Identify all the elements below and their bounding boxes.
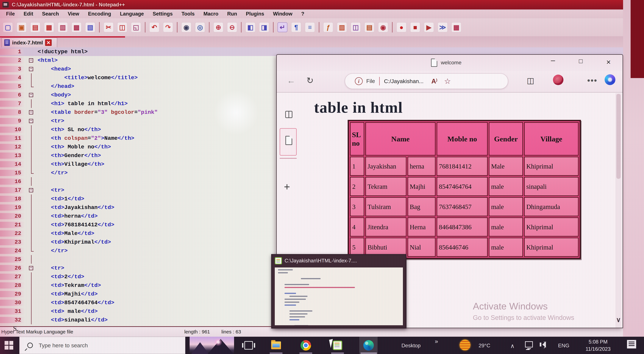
fold-collapse-icon[interactable]: − (29, 119, 33, 123)
info-icon[interactable]: i (355, 77, 363, 85)
scrollbar-thumb[interactable] (616, 94, 621, 179)
task-view-button[interactable] (240, 337, 258, 354)
menu-search[interactable]: Search (38, 11, 63, 17)
notepadpp-titlebar[interactable]: C:\Jayakishan\HTML-\index-7.html - Notep… (0, 0, 644, 9)
refresh-icon[interactable]: ↻ (306, 76, 314, 85)
menu-encoding[interactable]: Encoding (84, 11, 116, 17)
word-wrap-icon[interactable]: ↵ (278, 22, 287, 32)
replace-icon[interactable]: ◎ (195, 22, 205, 32)
undo-icon[interactable]: ↶ (150, 22, 159, 32)
copy-icon[interactable]: ◫ (117, 22, 127, 32)
cut-icon[interactable]: ✂ (104, 22, 114, 32)
close-button[interactable]: × (603, 58, 614, 66)
network-icon[interactable] (525, 341, 533, 348)
address-bar[interactable]: i File C:/Jayakishan... A) ☆ (345, 73, 508, 89)
macro-stop-icon[interactable]: ■ (410, 22, 420, 32)
tab-actions-icon[interactable] (285, 111, 292, 118)
tab-index-7-html[interactable]: index-7.html ✕ (2, 37, 57, 47)
fold-collapse-icon[interactable]: − (29, 266, 33, 270)
open-folder-icon[interactable]: ▣ (17, 22, 26, 32)
zoom-in-icon[interactable]: ⊕ (214, 22, 223, 32)
zoom-out-icon[interactable]: ⊖ (227, 22, 237, 32)
toolbar-overflow-chevron[interactable]: » (435, 338, 438, 345)
fold-collapse-icon[interactable]: − (29, 93, 33, 97)
fold-margin[interactable]: − (24, 65, 38, 73)
indent-guide-icon[interactable]: ≡ (305, 22, 315, 32)
new-tab-icon[interactable]: + (284, 181, 290, 193)
edge-icon[interactable] (360, 337, 378, 354)
fold-collapse-icon[interactable]: − (29, 67, 33, 71)
active-tab-item[interactable] (280, 128, 297, 156)
desktop-toolbar-label[interactable]: Desktop (402, 343, 420, 349)
menu-language[interactable]: Language (116, 11, 148, 17)
fold-margin[interactable]: − (24, 91, 38, 99)
file-explorer-icon[interactable] (267, 337, 285, 354)
menu-edit[interactable]: Edit (19, 11, 38, 17)
menu-view[interactable]: View (63, 11, 84, 17)
weather-icon[interactable] (460, 340, 470, 351)
sync-v-icon[interactable]: ◧ (246, 22, 255, 32)
fold-collapse-icon[interactable]: − (29, 58, 33, 62)
doc-map-icon[interactable]: ▥ (337, 22, 347, 32)
back-icon[interactable]: ← (287, 76, 295, 85)
macro-play-icon[interactable]: ▶ (424, 22, 434, 32)
fold-margin[interactable]: − (24, 264, 38, 272)
macro-save-icon[interactable]: ≫ (438, 22, 448, 32)
favorite-star-icon[interactable]: ☆ (444, 77, 451, 85)
start-button[interactable] (4, 341, 14, 350)
maximize-button[interactable]: □ (575, 58, 586, 65)
search-highlight-artwork[interactable] (190, 337, 234, 354)
redo-icon[interactable]: ↷ (163, 22, 173, 32)
menu-tools[interactable]: Tools (177, 11, 199, 17)
print-icon[interactable]: ▧ (85, 22, 95, 32)
read-aloud-icon[interactable]: A) (431, 77, 437, 85)
close-all-icon[interactable]: ▩ (72, 22, 82, 32)
fold-margin[interactable]: − (24, 56, 38, 65)
sync-h-icon[interactable]: ◨ (259, 22, 269, 32)
action-center-icon[interactable] (627, 340, 636, 349)
browser-titlebar[interactable]: welcome – □ × (277, 55, 622, 71)
menu-macro[interactable]: Macro (199, 11, 223, 17)
menu-settings[interactable]: Settings (148, 11, 177, 17)
menu-plugins[interactable]: Plugins (242, 11, 268, 17)
volume-icon[interactable] (542, 341, 546, 348)
menu-file[interactable]: File (2, 11, 19, 17)
macro-run-icon[interactable]: ▦ (452, 22, 461, 32)
language-indicator[interactable]: ENG (558, 343, 569, 349)
file-monitor-icon[interactable]: ◉ (378, 22, 388, 32)
browser-scrollbar[interactable]: ∨ (616, 93, 622, 328)
find-icon[interactable]: ◉ (182, 22, 191, 32)
fold-collapse-icon[interactable]: − (29, 188, 33, 192)
menu-window[interactable]: Window (268, 11, 297, 17)
fold-margin[interactable]: − (24, 117, 38, 125)
temperature-label[interactable]: 29°C (478, 343, 490, 349)
menu-run[interactable]: Run (223, 11, 242, 17)
tab-close-icon[interactable]: ✕ (45, 39, 52, 46)
function-list-icon[interactable]: ƒ (323, 22, 333, 32)
address-path[interactable]: C:/Jayakishan... (384, 78, 424, 84)
tray-expand-icon[interactable]: ∧ (510, 343, 514, 350)
taskbar-search-box[interactable]: Type here to search (19, 337, 185, 354)
taskbar-preview-window[interactable]: C:\Jayakishan\HTML-\index-7.... (271, 254, 406, 329)
save-icon[interactable]: ▤ (30, 22, 40, 32)
profile-avatar[interactable] (553, 75, 564, 85)
folder-workspace-icon[interactable]: ▤ (364, 22, 374, 32)
minimize-button[interactable]: – (547, 56, 559, 64)
chrome-icon[interactable] (297, 337, 315, 354)
paste-icon[interactable]: ◱ (131, 22, 141, 32)
close-icon[interactable]: ▥ (58, 22, 68, 32)
menu-[interactable]: ? (297, 11, 309, 17)
fold-margin[interactable]: − (24, 186, 38, 194)
taskbar-clock[interactable]: 5:08 PM 11/16/2023 (579, 338, 617, 353)
scroll-down-icon[interactable]: ∨ (616, 316, 621, 324)
settings-menu-icon[interactable]: ••• (587, 76, 598, 85)
split-screen-icon[interactable]: ◫ (527, 76, 534, 85)
fold-collapse-icon[interactable]: − (29, 110, 33, 114)
fold-margin[interactable]: − (24, 108, 38, 117)
macro-record-icon[interactable]: ● (396, 22, 406, 32)
doc-switcher-icon[interactable]: ◫ (351, 22, 360, 32)
new-file-icon[interactable]: ▢ (3, 22, 13, 32)
show-symbols-icon[interactable]: ¶ (291, 22, 301, 32)
save-all-icon[interactable]: ▦ (44, 22, 54, 32)
copilot-icon[interactable] (604, 74, 616, 85)
